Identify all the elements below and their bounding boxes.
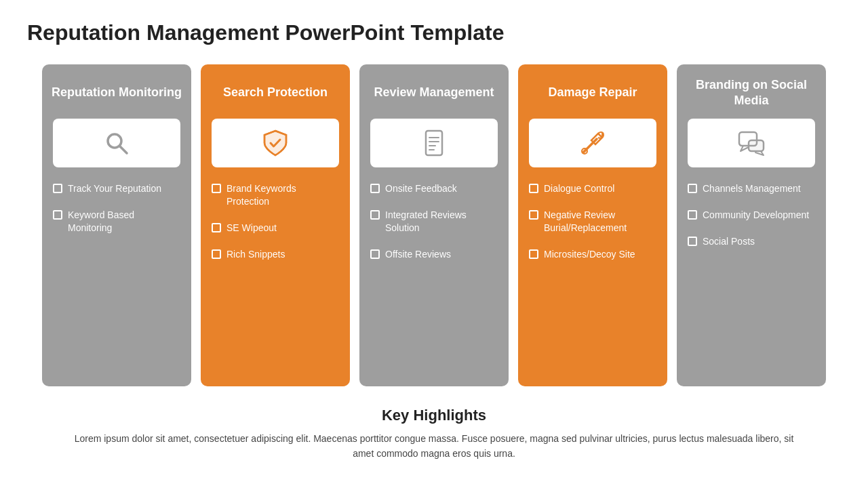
- list-item-label: Channels Management: [703, 182, 801, 195]
- list-item: Track Your Reputation: [53, 182, 180, 195]
- card-list-reputation-monitoring: Track Your ReputationKeyword Based Monit…: [42, 178, 191, 386]
- list-item-label: Microsites/Decoy Site: [544, 248, 635, 261]
- svg-rect-11: [749, 140, 764, 151]
- card-review-management: Review Management Onsite FeedbackIntegra…: [359, 64, 509, 386]
- list-item: Keyword Based Monitoring: [53, 209, 180, 235]
- card-branding-social-media: Branding on Social Media Channels Manage…: [677, 64, 826, 386]
- card-header-search-protection: Search Protection: [201, 64, 350, 119]
- list-item: Integrated Reviews Solution: [370, 209, 498, 235]
- card-icon-reputation-monitoring: [53, 119, 180, 167]
- card-header-branding-social-media: Branding on Social Media: [677, 64, 826, 119]
- card-list-branding-social-media: Channels ManagementCommunity Development…: [677, 178, 826, 386]
- list-item: Brand Keywords Protection: [212, 182, 339, 208]
- card-header-reputation-monitoring: Reputation Monitoring: [42, 64, 191, 119]
- checkbox-icon: [529, 210, 538, 220]
- footer-section: Key Highlights Lorem ipsum dolor sit ame…: [27, 407, 841, 462]
- card-list-review-management: Onsite FeedbackIntegrated Reviews Soluti…: [359, 178, 509, 386]
- footer-body: Lorem ipsum dolor sit amet, consectetuer…: [68, 431, 800, 462]
- list-item-label: Rich Snippets: [226, 248, 285, 261]
- checkbox-icon: [370, 249, 380, 259]
- checkbox-icon: [688, 210, 697, 220]
- cards-container: Reputation Monitoring Track Your Reputat…: [27, 64, 841, 386]
- footer-title: Key Highlights: [68, 407, 800, 424]
- checkbox-icon: [529, 249, 538, 259]
- svg-rect-2: [426, 131, 442, 155]
- svg-point-8: [582, 148, 587, 154]
- list-item-label: Social Posts: [703, 235, 755, 248]
- card-list-damage-repair: Dialogue ControlNegative Review Burial/R…: [518, 178, 667, 386]
- card-damage-repair: Damage Repair Dialogue ControlNegative R…: [518, 64, 667, 386]
- checkbox-icon: [212, 249, 221, 259]
- list-item-label: Onsite Feedback: [385, 182, 457, 195]
- list-item-label: Integrated Reviews Solution: [385, 209, 498, 235]
- card-header-review-management: Review Management: [359, 64, 509, 119]
- card-header-damage-repair: Damage Repair: [518, 64, 667, 119]
- checkbox-icon: [53, 210, 62, 220]
- card-icon-damage-repair: [529, 119, 656, 167]
- checkbox-icon: [370, 184, 380, 193]
- list-item-label: Keyword Based Monitoring: [68, 209, 180, 235]
- list-item: Dialogue Control: [529, 182, 656, 195]
- list-item: Channels Management: [688, 182, 815, 195]
- list-item-label: Negative Review Burial/Replacement: [544, 209, 656, 235]
- card-icon-search-protection: [212, 119, 339, 167]
- checkbox-icon: [370, 210, 380, 220]
- list-item: Offsite Reviews: [370, 248, 498, 261]
- list-item: Community Development: [688, 209, 815, 222]
- checkbox-icon: [688, 184, 697, 193]
- card-search-protection: Search Protection Brand Keywords Protect…: [201, 64, 350, 386]
- card-icon-branding-social-media: [688, 119, 815, 167]
- list-item: Social Posts: [688, 235, 815, 248]
- list-item-label: Offsite Reviews: [385, 248, 451, 261]
- checkbox-icon: [212, 223, 221, 232]
- card-icon-review-management: [370, 119, 498, 167]
- card-list-search-protection: Brand Keywords ProtectionSE WipeoutRich …: [201, 178, 350, 386]
- list-item: Microsites/Decoy Site: [529, 248, 656, 261]
- list-item-label: Track Your Reputation: [68, 182, 161, 195]
- checkbox-icon: [212, 184, 221, 193]
- list-item: Rich Snippets: [212, 248, 339, 261]
- svg-line-1: [120, 146, 127, 154]
- list-item-label: Brand Keywords Protection: [226, 182, 339, 208]
- list-item: Negative Review Burial/Replacement: [529, 209, 656, 235]
- page-title: Reputation Management PowerPoint Templat…: [27, 20, 841, 45]
- checkbox-icon: [53, 184, 62, 193]
- card-reputation-monitoring: Reputation Monitoring Track Your Reputat…: [42, 64, 191, 386]
- checkbox-icon: [688, 237, 697, 246]
- list-item: Onsite Feedback: [370, 182, 498, 195]
- list-item: SE Wipeout: [212, 222, 339, 235]
- list-item-label: SE Wipeout: [226, 222, 277, 235]
- list-item-label: Dialogue Control: [544, 182, 614, 195]
- checkbox-icon: [529, 184, 538, 193]
- list-item-label: Community Development: [703, 209, 809, 222]
